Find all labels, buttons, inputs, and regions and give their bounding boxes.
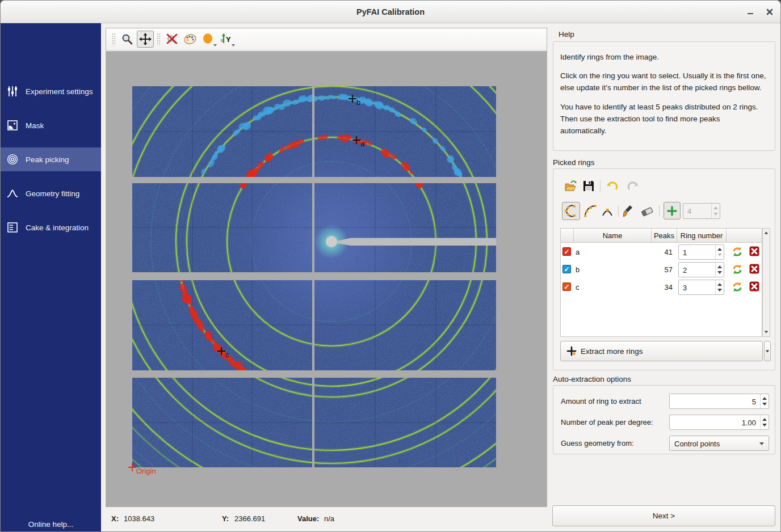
spin-arrows[interactable] [760, 394, 769, 408]
ring-number-spinbox[interactable]: 2 [678, 262, 724, 277]
plot-canvas[interactable]: abcOrigin [106, 51, 547, 507]
save-icon [582, 180, 595, 192]
toolbar-grip[interactable] [112, 33, 116, 45]
value-label: Value: [297, 514, 319, 523]
peak-curve-icon [6, 187, 19, 200]
undo-button[interactable] [604, 178, 620, 194]
diffraction-image[interactable]: abcOrigin [106, 51, 547, 507]
ring-visible-checkbox[interactable]: ✓ [562, 247, 571, 256]
toolbar-grip[interactable] [157, 33, 161, 45]
pyfai-window: PyFAI Calibration Experiment settings Ma… [0, 0, 781, 532]
ring-amount-spinbox[interactable]: 5 [669, 394, 769, 409]
pan-mode-button[interactable] [137, 31, 154, 48]
save-peaks-button[interactable] [581, 178, 597, 194]
guess-geometry-combobox[interactable]: Control points [669, 436, 769, 451]
peak-select-tool-button[interactable] [599, 203, 615, 219]
help-group: Identify rings from the image. Click on … [553, 41, 775, 151]
zoom-disable-icon [165, 32, 179, 46]
arc-select-tool-button[interactable] [582, 203, 598, 219]
brush-tool-icon [623, 205, 635, 217]
add-peak-icon [666, 205, 678, 217]
eraser-tool-button[interactable] [639, 203, 655, 219]
ring-number-spinbox[interactable]: 3 [678, 280, 724, 295]
table-scrollbar[interactable] [762, 228, 770, 337]
header-ring-number: Ring number [677, 229, 726, 243]
toolbar-separator [600, 180, 601, 192]
zoom-disable-button[interactable] [163, 31, 180, 48]
ring-number-spinbox[interactable]: 1 [678, 244, 724, 260]
ring-select-tool-button[interactable] [562, 202, 580, 220]
header-actions [726, 229, 762, 243]
zoom-mode-button[interactable] [119, 31, 136, 48]
delete-ring-icon[interactable] [749, 281, 759, 292]
minimize-button[interactable] [744, 6, 757, 18]
sidebar-item-label: Geometry fitting [26, 189, 79, 198]
add-ring-button[interactable] [664, 202, 681, 219]
spin-arrows[interactable] [715, 263, 724, 277]
minimize-icon [747, 9, 754, 15]
peak-per-degree-spinbox[interactable]: 1.00 [669, 415, 769, 430]
refresh-ring-icon[interactable] [732, 246, 743, 257]
spin-value: 1 [683, 248, 687, 256]
delete-ring-icon[interactable] [749, 246, 759, 256]
spin-arrows[interactable] [760, 415, 769, 429]
extract-options-dropdown[interactable] [764, 341, 771, 361]
toolbar-separator [659, 205, 660, 217]
sidebar-item-cake-integration[interactable]: Cake & integration [1, 216, 101, 239]
colormap-button[interactable] [182, 31, 199, 48]
online-help-link[interactable]: Online help... [1, 520, 101, 529]
origin-marker-label: Origin [136, 467, 156, 475]
auto-extraction-group: Amount of ring to extract 5 Number of pe… [553, 385, 775, 454]
y-axis-orientation-button[interactable]: Y 0 [218, 31, 235, 48]
brush-tool-button[interactable] [621, 203, 637, 219]
next-button[interactable]: Next > [552, 505, 775, 526]
auto-extraction-group-label: Auto-extraction options [553, 375, 631, 383]
ring-name: a [576, 248, 580, 256]
beamstop-arm [337, 238, 496, 246]
dropdown-arrow-icon [759, 442, 764, 445]
toolbar-separator [618, 205, 619, 217]
ring-visible-checkbox[interactable]: ✓ [562, 282, 571, 291]
spin-arrows[interactable] [711, 204, 720, 218]
extract-more-rings-label: Extract more rings [581, 347, 643, 356]
sidebar-item-geometry-fitting[interactable]: Geometry fitting [1, 181, 101, 205]
new-ring-number-spinbox[interactable]: 4 [683, 203, 720, 219]
spin-arrows[interactable] [715, 280, 724, 294]
close-button[interactable] [763, 6, 776, 18]
ring-amount-label: Amount of ring to extract [561, 397, 641, 406]
plot-widget: Y 0 [106, 28, 547, 507]
redo-button[interactable] [625, 178, 641, 194]
ring-peaks: 57 [651, 265, 673, 274]
cursor-statusbar: X: 1038.643 Y: 2366.691 Value: n/a [106, 510, 547, 527]
marker-c-label: c [225, 351, 229, 359]
sidebar-item-mask[interactable]: Mask [1, 113, 101, 137]
marker-b-label: b [356, 98, 360, 107]
extract-more-rings-button[interactable]: Extract more rings [560, 341, 763, 361]
spin-arrows[interactable] [715, 245, 724, 259]
marker-color-button[interactable] [200, 31, 217, 48]
refresh-ring-icon[interactable] [732, 264, 743, 275]
dropdown-arrow-icon [213, 44, 217, 47]
load-peaks-button[interactable] [562, 178, 578, 194]
zoom-icon [121, 33, 133, 45]
spin-value: 5 [752, 397, 756, 406]
peak-per-degree-label: Number of peak per degree: [561, 418, 653, 427]
close-icon [766, 9, 773, 15]
peak-tool-icon [601, 204, 614, 218]
sidebar-item-label: Cake & integration [26, 223, 89, 232]
sidebar-item-experiment-settings[interactable]: Experiment settings [1, 79, 101, 103]
scroll-up-icon[interactable] [765, 232, 768, 234]
ring-tool-icon [564, 204, 578, 218]
mask-icon [6, 119, 19, 132]
sidebar-item-peak-picking[interactable]: Peak picking [1, 147, 101, 171]
ring-visible-checkbox[interactable]: ✓ [562, 265, 571, 273]
refresh-ring-icon[interactable] [732, 281, 743, 293]
next-button-label: Next > [653, 512, 675, 520]
picked-rings-table[interactable]: Name Peaks Ring number ✓ a 41 1 [560, 228, 762, 337]
delete-ring-icon[interactable] [749, 264, 759, 274]
table-header: Name Peaks Ring number [561, 229, 762, 243]
concentric-rings-icon [6, 153, 19, 166]
ring-name: b [576, 265, 580, 274]
scroll-down-icon[interactable] [765, 331, 768, 333]
ring-name: c [576, 283, 580, 292]
